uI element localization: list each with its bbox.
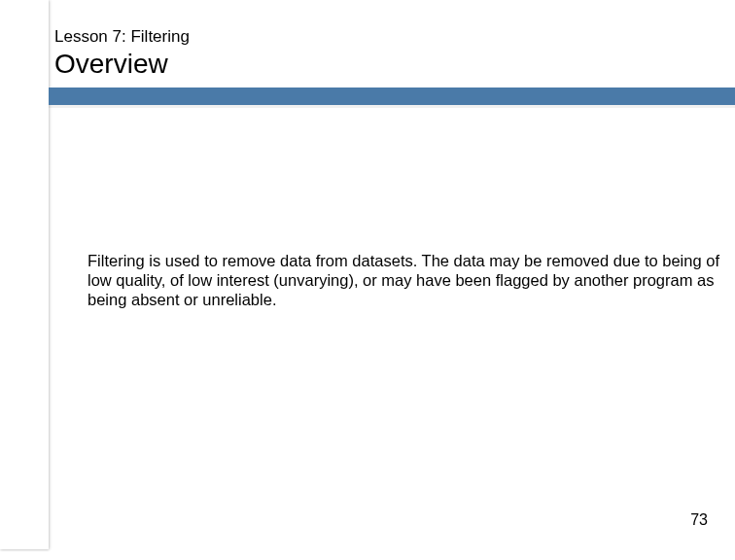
slide-header: Lesson 7: Filtering Overview xyxy=(54,27,725,81)
slide: Lesson 7: Filtering Overview Filtering i… xyxy=(0,0,735,560)
slide-title: Overview xyxy=(54,49,725,80)
left-stripe xyxy=(0,0,49,549)
header-divider xyxy=(49,88,735,105)
body-paragraph: Filtering is used to remove data from da… xyxy=(88,251,723,309)
slide-body: Filtering is used to remove data from da… xyxy=(88,251,723,309)
lesson-kicker: Lesson 7: Filtering xyxy=(54,27,725,47)
page-number: 73 xyxy=(690,511,708,529)
